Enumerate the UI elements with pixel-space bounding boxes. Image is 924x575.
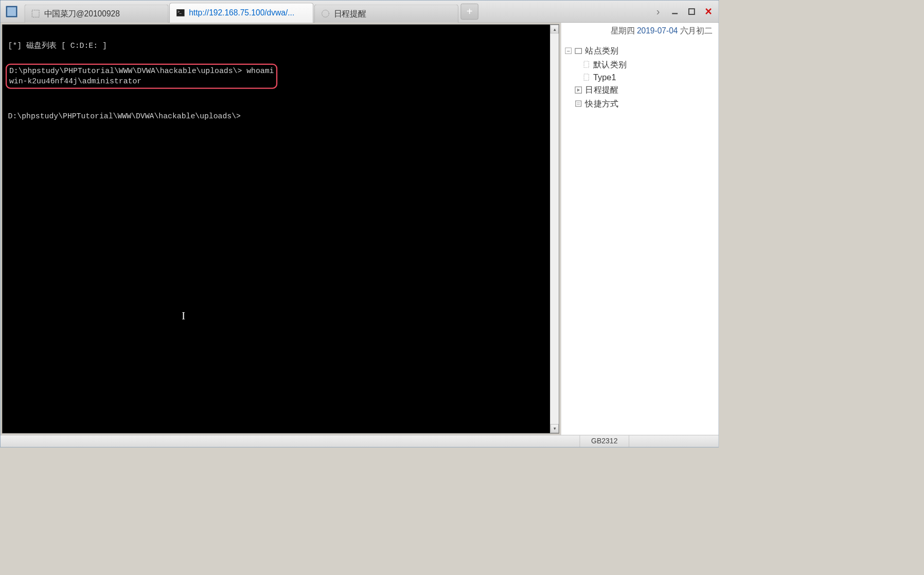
- weekday-label: 星期四: [611, 26, 635, 35]
- minimize-button[interactable]: [667, 5, 683, 18]
- app-logo-icon: [6, 6, 17, 17]
- terminal-blank: [8, 92, 545, 102]
- minimize-icon: [671, 7, 679, 15]
- svg-marker-10: [577, 88, 580, 92]
- plus-icon: +: [467, 5, 473, 17]
- close-button[interactable]: ×: [701, 5, 716, 18]
- lunar-label: 六月初二: [680, 26, 712, 35]
- svg-rect-0: [32, 10, 39, 17]
- grid-icon: [321, 9, 330, 18]
- svg-rect-5: [689, 9, 695, 14]
- svg-point-3: [322, 10, 329, 17]
- highlighted-command-box: D:\phpstudy\PHPTutorial\WWW\DVWA\hackabl…: [6, 64, 278, 89]
- app-icon[interactable]: [1, 0, 23, 23]
- tab-main[interactable]: 中国菜刀@20100928: [24, 4, 168, 23]
- tree-label: 站点类别: [585, 45, 618, 57]
- tree-label: 默认类别: [593, 59, 627, 70]
- tab-schedule[interactable]: 日程提醒: [314, 4, 458, 23]
- terminal-panel: [*] 磁盘列表 [ C:D:E: ] D:\phpstudy\PHPTutor…: [1, 23, 561, 435]
- terminal-output-1: win-k2uu46nf44j\administrator: [9, 76, 274, 86]
- note-icon: [574, 99, 583, 108]
- date-link[interactable]: 2019-07-04: [637, 26, 678, 35]
- new-tab-button[interactable]: +: [460, 4, 478, 20]
- main-left-column: [*] 磁盘列表 [ C:D:E: ] D:\phpstudy\PHPTutor…: [1, 23, 561, 435]
- maximize-icon: [688, 7, 696, 15]
- tree-label: Type1: [593, 73, 616, 82]
- content-area: [*] 磁盘列表 [ C:D:E: ] D:\phpstudy\PHPTutor…: [1, 23, 719, 435]
- statusbar: GB2312: [1, 435, 719, 447]
- tree-node-site-category[interactable]: − 站点类别: [565, 44, 715, 58]
- tab-label: 中国菜刀@20100928: [44, 8, 120, 19]
- dotted-square-icon: [31, 9, 40, 18]
- terminal-output[interactable]: [*] 磁盘列表 [ C:D:E: ] D:\phpstudy\PHPTutor…: [3, 25, 550, 433]
- terminal-icon: >_: [176, 8, 185, 17]
- terminal-prompt-2: D:\phpstudy\PHPTutorial\WWW\DVWA\hackabl…: [8, 112, 545, 122]
- terminal-container: [*] 磁盘列表 [ C:D:E: ] D:\phpstudy\PHPTutor…: [2, 24, 559, 433]
- svg-rect-7: [584, 61, 589, 67]
- encoding-indicator[interactable]: GB2312: [579, 435, 629, 447]
- scroll-track[interactable]: [550, 33, 559, 424]
- scroll-up-button[interactable]: ▴: [550, 25, 559, 33]
- tab-strip: 中国菜刀@20100928 >_ http://192.168.75.100/d…: [24, 0, 478, 23]
- window-controls: › ×: [650, 1, 718, 23]
- terminal-scrollbar[interactable]: ▴ ▾: [550, 25, 559, 433]
- site-tree: − 站点类别 默认类别 Type1: [561, 39, 719, 115]
- svg-rect-8: [584, 74, 589, 80]
- svg-text:>_: >_: [177, 10, 182, 14]
- terminal-prompt-1: D:\phpstudy\PHPTutorial\WWW\DVWA\hackabl…: [9, 66, 274, 76]
- terminal-disk-list: [*] 磁盘列表 [ C:D:E: ]: [8, 41, 545, 51]
- tree-label: 快捷方式: [585, 98, 618, 110]
- maximize-button[interactable]: [684, 5, 700, 18]
- tree-node-shortcuts[interactable]: 快捷方式: [565, 97, 715, 110]
- date-bar: 星期四 2019-07-04 六月初二: [561, 23, 719, 39]
- svg-rect-11: [576, 101, 581, 106]
- close-icon: ×: [705, 5, 712, 18]
- main-window: 中国菜刀@20100928 >_ http://192.168.75.100/d…: [0, 0, 719, 447]
- tab-webshell[interactable]: >_ http://192.168.75.100/dvwa/...: [169, 3, 313, 23]
- svg-rect-6: [575, 48, 581, 53]
- document-icon: [582, 73, 591, 82]
- chevron-right-icon[interactable]: ›: [650, 5, 666, 18]
- statusbar-spacer: [629, 435, 709, 447]
- tree-node-schedule[interactable]: 日程提醒: [565, 83, 715, 97]
- titlebar-left: 中国菜刀@20100928 >_ http://192.168.75.100/d…: [1, 1, 650, 23]
- tree-label: 日程提醒: [585, 84, 618, 96]
- tab-label: http://192.168.75.100/dvwa/...: [189, 8, 294, 17]
- folder-icon: [574, 46, 583, 55]
- text-cursor-icon: I: [182, 309, 185, 323]
- scroll-down-button[interactable]: ▾: [550, 424, 559, 433]
- titlebar: 中国菜刀@20100928 >_ http://192.168.75.100/d…: [1, 1, 719, 23]
- tree-node-type1[interactable]: Type1: [565, 71, 715, 83]
- play-square-icon: [574, 85, 583, 94]
- sidebar: 星期四 2019-07-04 六月初二 − 站点类别 默认类别: [561, 23, 719, 435]
- collapse-icon[interactable]: −: [565, 48, 572, 54]
- document-icon: [582, 60, 591, 69]
- tab-label: 日程提醒: [334, 8, 366, 19]
- tree-node-default-category[interactable]: 默认类别: [565, 58, 715, 71]
